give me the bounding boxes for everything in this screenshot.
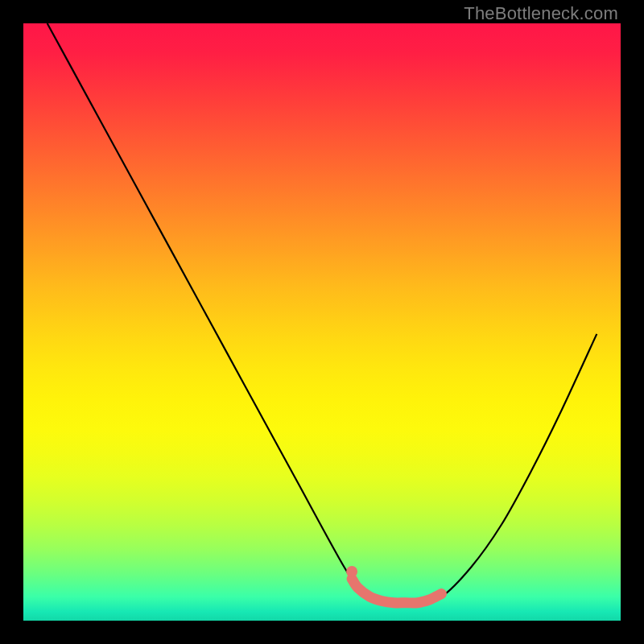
highlight-segment [352,579,441,603]
curve-line [47,23,597,604]
watermark-text: TheBottleneck.com [464,3,618,24]
plot-svg [23,23,621,621]
plot-area [23,23,621,621]
highlight-start-dot [346,566,357,577]
chart-container: TheBottleneck.com [0,0,644,644]
